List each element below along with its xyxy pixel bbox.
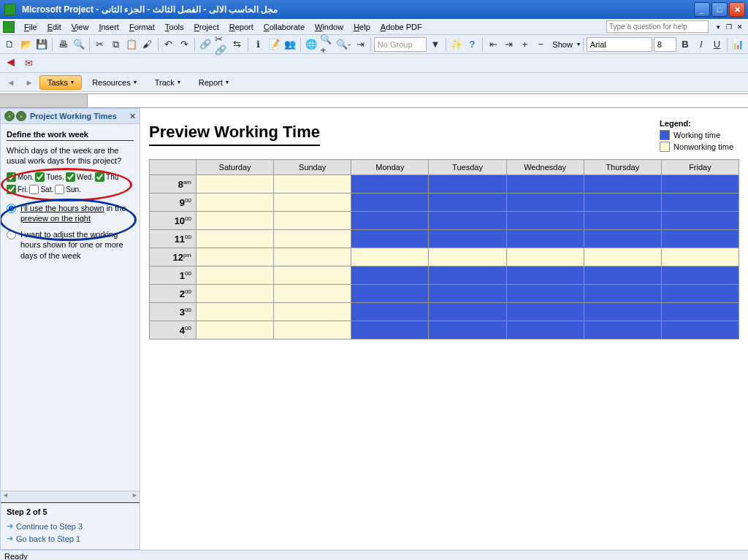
- font-dropdown[interactable]: Arial: [587, 37, 652, 52]
- new-icon[interactable]: 🗋: [3, 37, 18, 53]
- day-checkbox-tues[interactable]: Tues.: [35, 172, 64, 182]
- day-checkbox-thu[interactable]: Thu: [95, 172, 118, 182]
- group-dropdown[interactable]: No Group: [374, 37, 427, 52]
- panel-scrollbar[interactable]: ◄►: [1, 491, 140, 502]
- italic-icon[interactable]: I: [694, 37, 709, 53]
- time-label: 8am: [150, 175, 196, 193]
- underline-icon[interactable]: U: [710, 37, 725, 53]
- help-icon[interactable]: ?: [465, 37, 480, 53]
- wizard-icon[interactable]: ✨: [449, 37, 464, 53]
- day-checkbox-wed[interactable]: Wed.: [66, 172, 94, 182]
- day-header: Saturday: [196, 160, 274, 175]
- close-button[interactable]: ✕: [729, 2, 745, 17]
- menu-help[interactable]: Help: [348, 21, 375, 33]
- unlink-icon[interactable]: ✂🔗: [214, 37, 229, 53]
- day-checkbox-sun[interactable]: Sun.: [55, 185, 81, 194]
- menu-collaborate[interactable]: Collaborate: [259, 21, 310, 33]
- go-back-link[interactable]: ➜Go back to Step 1: [7, 532, 134, 545]
- menu-view[interactable]: View: [66, 21, 94, 33]
- menu-format[interactable]: Format: [124, 21, 160, 33]
- zoom-in-icon[interactable]: 🔍+: [319, 37, 334, 53]
- day-checkbox-fri[interactable]: Fri.: [7, 185, 28, 194]
- continue-link[interactable]: ➜Continue to Step 3: [7, 520, 134, 532]
- task-info-icon[interactable]: ℹ: [251, 37, 265, 53]
- calendar-cell: [661, 193, 739, 212]
- autofilter-icon[interactable]: ▼: [428, 37, 443, 53]
- zoom-out-icon[interactable]: 🔍-: [335, 37, 351, 53]
- mdi-restore[interactable]: ❐: [724, 22, 734, 32]
- time-label: 300: [150, 303, 196, 321]
- menu-window[interactable]: Window: [310, 21, 348, 33]
- redo-icon[interactable]: ↷: [177, 37, 191, 53]
- day-checkbox-mon[interactable]: Mon.: [7, 172, 34, 182]
- hide-subtasks-icon[interactable]: −: [534, 37, 549, 53]
- bold-icon[interactable]: B: [678, 37, 692, 53]
- standard-toolbar: 🗋 📂 💾 🖶 🔍 ✂ ⧉ 📋 🖌 ↶ ↷ 🔗 ✂🔗 ⇆ ℹ 📝 👥 🌐 🔍+ …: [0, 35, 748, 54]
- section-title: Define the work week: [7, 130, 134, 141]
- calendar-cell: [274, 230, 351, 248]
- print-icon[interactable]: 🖶: [56, 37, 70, 53]
- goto-task-icon[interactable]: ⇥: [353, 37, 367, 53]
- tab-tasks[interactable]: Tasks▾: [39, 75, 82, 90]
- panel-forward-icon[interactable]: ›: [16, 111, 26, 121]
- show-label[interactable]: Show: [549, 40, 576, 49]
- tab-report[interactable]: Report▾: [191, 75, 237, 90]
- font-size-dropdown[interactable]: 8: [654, 37, 676, 52]
- menu-tools[interactable]: Tools: [160, 21, 189, 33]
- menu-adobepdf[interactable]: Adobe PDF: [375, 21, 427, 33]
- radio-use-preview-hours[interactable]: I'll use the hours shown in the preview …: [7, 203, 134, 224]
- time-label: 200: [150, 285, 196, 303]
- calendar-cell: [506, 266, 584, 285]
- side-panel-close-icon[interactable]: ✕: [129, 112, 136, 121]
- day-header: Wednesday: [506, 160, 584, 175]
- calendar-cell: [661, 285, 739, 303]
- calendar-cell: [274, 303, 351, 321]
- split-task-icon[interactable]: ⇆: [230, 37, 245, 53]
- publish-icon[interactable]: 🌐: [304, 37, 318, 53]
- calendar-cell: [196, 175, 274, 193]
- guide-forward-icon[interactable]: ►: [21, 74, 37, 91]
- time-label: 900: [150, 193, 196, 212]
- assign-resources-icon[interactable]: 👥: [283, 37, 297, 53]
- menu-file[interactable]: File: [19, 21, 42, 33]
- cut-icon[interactable]: ✂: [93, 37, 107, 53]
- format-painter-icon[interactable]: 🖌: [140, 37, 155, 53]
- calendar-cell: [196, 303, 274, 321]
- open-icon[interactable]: 📂: [19, 37, 34, 53]
- paste-icon[interactable]: 📋: [124, 37, 139, 53]
- panel-back-icon[interactable]: ‹: [4, 111, 15, 121]
- radio-adjust-hours[interactable]: I want to adjust the working hours shown…: [7, 229, 134, 261]
- menu-bar: FileEditViewInsertFormatToolsProjectRepo…: [0, 19, 748, 35]
- mdi-close[interactable]: ✕: [735, 22, 745, 32]
- menu-project[interactable]: Project: [188, 21, 224, 33]
- calendar-cell: [351, 193, 429, 212]
- undo-icon[interactable]: ↶: [161, 37, 176, 53]
- show-subtasks-icon[interactable]: +: [518, 37, 533, 53]
- mdi-window-controls: ▾ ❐ ✕: [713, 22, 745, 32]
- day-checkbox-sat[interactable]: Sat.: [29, 185, 53, 194]
- calendar-cell: [274, 266, 351, 285]
- maximize-button[interactable]: □: [711, 2, 728, 17]
- copy-icon[interactable]: ⧉: [108, 37, 123, 53]
- print-preview-icon[interactable]: 🔍: [72, 37, 86, 53]
- calendar-cell: [351, 212, 429, 230]
- menu-edit[interactable]: Edit: [42, 21, 66, 33]
- outdent-icon[interactable]: ⇤: [486, 37, 500, 53]
- task-notes-icon[interactable]: 📝: [267, 37, 281, 53]
- menu-insert[interactable]: Insert: [94, 21, 124, 33]
- help-search-input[interactable]: [606, 20, 709, 33]
- mdi-minimize[interactable]: ▾: [713, 22, 723, 32]
- day-header: Sunday: [274, 160, 351, 175]
- guide-back-icon[interactable]: ◄: [3, 74, 19, 91]
- save-icon[interactable]: 💾: [35, 37, 50, 53]
- calendar-cell: [351, 230, 429, 248]
- tab-resources[interactable]: Resources▾: [84, 75, 145, 90]
- link-icon[interactable]: 🔗: [198, 37, 213, 53]
- menu-report[interactable]: Report: [224, 21, 259, 33]
- pdf-mail-icon[interactable]: ✉: [20, 55, 37, 72]
- gantt-wizard-icon[interactable]: 📊: [730, 37, 745, 53]
- tab-track[interactable]: Track▾: [147, 75, 188, 90]
- indent-icon[interactable]: ⇥: [502, 37, 516, 53]
- pdf-icon[interactable]: ⯇: [3, 55, 19, 72]
- minimize-button[interactable]: _: [694, 2, 710, 17]
